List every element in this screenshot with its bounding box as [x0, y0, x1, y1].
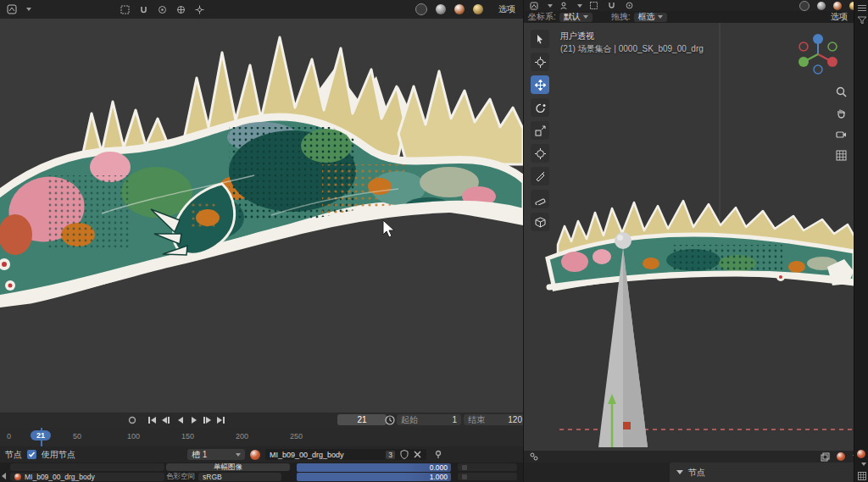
shading-solid-icon[interactable] — [436, 4, 446, 14]
scale-tool-icon[interactable] — [531, 121, 549, 140]
add-cube-tool-icon[interactable] — [531, 213, 549, 231]
right-viewport-canvas[interactable]: 用户透视 (21) 场景集合 | 0000_SK_b09_00_drg — [523, 23, 854, 451]
next-keyframe-button[interactable] — [201, 414, 214, 426]
camera-icon[interactable] — [834, 128, 848, 140]
right-bottom-body: 节点 — [523, 463, 854, 482]
frame-end-field[interactable]: 结束 120 — [464, 414, 526, 425]
hand-icon[interactable] — [834, 107, 848, 119]
measure-tool-icon[interactable] — [531, 190, 549, 208]
jump-to-start-button[interactable] — [146, 414, 159, 426]
right-options-button[interactable]: 选项 — [831, 11, 848, 23]
slot-dropdown[interactable]: 槽 1 — [187, 449, 245, 460]
ruler-tick: 150 — [181, 432, 194, 440]
chevron-down-icon[interactable] — [861, 463, 866, 466]
select-mode-icon[interactable] — [118, 3, 131, 15]
colorspace-dropdown[interactable]: sRGB — [198, 473, 281, 481]
fake-user-shield-icon[interactable] — [399, 449, 409, 461]
shading-material-icon[interactable] — [833, 2, 842, 10]
chevron-down-icon — [236, 453, 241, 457]
right-bottom-header — [523, 451, 861, 463]
panel-expand-arrow-icon[interactable] — [2, 473, 6, 479]
pin-icon[interactable] — [431, 449, 445, 461]
image-source-button[interactable]: 单幅图像 — [166, 463, 290, 471]
auto-key-icon[interactable] — [125, 414, 139, 426]
snap-magnet-icon[interactable] — [604, 1, 618, 10]
ruler-tick: 50 — [73, 432, 81, 440]
jump-to-end-button[interactable] — [214, 414, 227, 426]
select-tool-icon[interactable] — [531, 30, 549, 48]
menu-hamburger-icon[interactable] — [856, 2, 867, 14]
object-mode-icon[interactable] — [557, 1, 570, 10]
orientation-label: 坐标系: — [528, 11, 556, 23]
material-users-count[interactable]: 3 — [386, 451, 395, 459]
grid-icon[interactable] — [856, 470, 867, 482]
shading-material-icon[interactable] — [454, 4, 465, 14]
value-slider[interactable]: 0.000 — [297, 463, 451, 472]
play-button[interactable] — [187, 414, 200, 426]
chevron-down-icon[interactable] — [577, 4, 582, 8]
material-sphere-icon[interactable] — [857, 450, 865, 458]
transform-pivot-icon[interactable] — [174, 3, 187, 15]
current-frame-field[interactable]: 21 — [337, 414, 387, 425]
chevron-down-icon[interactable] — [548, 4, 553, 8]
drag-mode-dropdown[interactable]: 框选 — [634, 13, 667, 22]
blender-window: 选项 — [0, 0, 868, 482]
material-datablock-field[interactable]: MI_b09_00_drg_body — [10, 473, 164, 481]
left-viewport-header: 选项 — [0, 0, 533, 19]
unlink-close-icon[interactable] — [413, 449, 422, 461]
clock-icon — [383, 414, 397, 426]
chevron-down-icon[interactable] — [26, 8, 31, 11]
ruler-tick: 0 — [7, 432, 11, 440]
axis-gizmo[interactable] — [793, 30, 843, 79]
red-cube-object[interactable] — [623, 422, 631, 429]
shading-wireframe-icon[interactable] — [799, 1, 810, 11]
checkbox[interactable] — [462, 474, 467, 479]
new-datablock-icon[interactable] — [818, 452, 832, 462]
sphere-object[interactable] — [615, 232, 632, 249]
select-mode-icon[interactable] — [587, 1, 600, 10]
editor-type-icon[interactable] — [5, 3, 19, 15]
cursor-tool-icon[interactable] — [531, 53, 549, 71]
value-slider[interactable]: 1.000 — [297, 473, 451, 481]
material-name-field[interactable]: MI_b09_00_drg_body 3 — [265, 449, 426, 460]
zoom-icon[interactable] — [834, 86, 848, 97]
datablock-name: MI_b09_00_drg_body — [25, 473, 95, 481]
playhead-badge[interactable]: 21 — [31, 430, 51, 440]
play-reverse-button[interactable] — [174, 414, 186, 426]
shader-props-strip: MI_b09_00_drg_body 单幅图像 色彩空间 sRGB 0.000 … — [0, 463, 523, 482]
editor-type-icon[interactable] — [527, 1, 541, 10]
ruler-tick: 100 — [127, 432, 140, 440]
node-menu[interactable]: 节点 — [5, 449, 22, 461]
orientation-dropdown[interactable]: 默认 — [559, 13, 593, 22]
option-checkbox-row[interactable] — [458, 463, 517, 471]
option-checkbox-row[interactable] — [458, 473, 517, 480]
ortho-grid-icon[interactable] — [834, 149, 848, 161]
annotate-tool-icon[interactable] — [531, 167, 549, 186]
snap-magnet-icon[interactable] — [136, 3, 150, 15]
transform-tool-icon[interactable] — [531, 144, 549, 163]
material-sphere-icon[interactable] — [250, 450, 260, 460]
node-panel-header[interactable]: 节点 — [670, 463, 867, 482]
value-sliders: 0.000 1.000 1.000 — [297, 463, 451, 482]
shading-wireframe-icon[interactable] — [415, 3, 427, 15]
timeline-ruler[interactable]: 0 21 50 100 150 200 250 — [0, 428, 523, 447]
editor-type-icon[interactable] — [527, 452, 541, 462]
node-tree-selector[interactable] — [10, 463, 164, 471]
shading-solid-icon[interactable] — [817, 2, 826, 10]
prev-keyframe-button[interactable] — [159, 414, 172, 426]
panel-collapse-caret-icon[interactable] — [676, 470, 683, 474]
filter-icon[interactable] — [856, 14, 867, 25]
proportional-icon[interactable] — [622, 1, 636, 10]
frame-start-field[interactable]: 起始 1 — [397, 414, 461, 425]
material-sphere-icon[interactable] — [837, 452, 845, 461]
proportional-icon[interactable] — [155, 3, 169, 15]
gizmo-toggle-icon[interactable] — [192, 3, 206, 15]
shading-rendered-icon[interactable] — [473, 4, 483, 14]
use-nodes-checkbox[interactable] — [27, 450, 36, 459]
rotate-tool-icon[interactable] — [531, 98, 549, 117]
left-options-button[interactable]: 选项 — [498, 3, 515, 15]
left-viewport-canvas[interactable] — [0, 19, 523, 413]
dragon-object-small[interactable] — [548, 201, 854, 289]
checkbox[interactable] — [462, 465, 467, 470]
move-tool-icon[interactable] — [531, 75, 549, 94]
